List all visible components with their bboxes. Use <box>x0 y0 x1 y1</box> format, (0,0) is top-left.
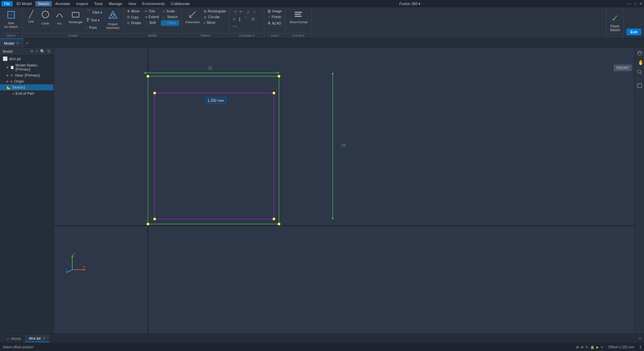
menu-sketch[interactable]: Sketch <box>35 1 52 6</box>
constrain-btn-8[interactable]: ⊡ <box>250 15 256 23</box>
panel-menu-icon[interactable]: ☰ <box>47 49 51 54</box>
circle-button[interactable]: Circle <box>39 9 52 27</box>
model-states-label: Model States: [Primary] <box>15 63 51 71</box>
window-minimize[interactable]: — <box>628 1 632 6</box>
start-2d-sketch-button[interactable]: Start2D Sketch <box>2 9 20 30</box>
window-close[interactable]: ✕ <box>639 1 643 6</box>
status-icon-snap[interactable]: ⊕ <box>581 345 583 349</box>
orbit-button[interactable] <box>636 49 644 57</box>
menu-environments[interactable]: Environments <box>139 1 167 6</box>
tree-item-view[interactable]: ▶ 👁 View: [Primary] <box>0 72 53 78</box>
split-button[interactable]: ⋮ Split <box>143 20 160 25</box>
offset-button[interactable]: ⬚ Offset <box>161 20 179 26</box>
status-icon-play[interactable]: ▶ <box>596 345 599 349</box>
add-tab-button[interactable]: + <box>23 39 31 47</box>
copy-button[interactable]: ⧉ Copy <box>126 14 142 20</box>
split-icon: ⋮ <box>145 21 148 25</box>
home-tab[interactable]: ⌂ Home <box>3 335 25 342</box>
line-button[interactable]: ╱ Line <box>25 9 38 25</box>
acad-button[interactable]: A ACAD <box>266 20 283 26</box>
window-maximize[interactable]: □ <box>634 1 637 6</box>
status-icon-grid[interactable]: ⊞ <box>576 345 579 349</box>
svg-point-27 <box>278 223 280 225</box>
constrain-btn-2[interactable]: ⊢ <box>238 9 244 15</box>
menu-annotate[interactable]: Annotate <box>52 1 73 6</box>
svg-point-3 <box>42 11 49 18</box>
zoom-button[interactable] <box>636 68 644 76</box>
modify-group: ✥ Move ⧉ Copy ↻ Rotate ✂ Trim ⇥ <box>124 7 181 38</box>
constrain-btn-7[interactable]: ⌒ <box>243 15 249 23</box>
constrain-btn-3[interactable]: ⊥ <box>245 9 251 15</box>
status-icon-lock[interactable]: 🔒 <box>590 345 594 349</box>
constrain-btn-1[interactable]: ⊣ <box>232 9 238 15</box>
model-tab[interactable]: Model ✕ <box>0 38 23 47</box>
model-tab-close-icon[interactable]: ✕ <box>16 41 19 45</box>
rectangle-button[interactable]: Rectangle <box>67 9 85 26</box>
menu-inspect[interactable]: Inspect <box>74 1 91 6</box>
finish-sketch-check-icon: ✓ <box>611 14 619 23</box>
rotate-button[interactable]: ↻ Rotate <box>126 20 142 26</box>
menu-file[interactable]: File <box>1 1 13 6</box>
menu-fusion360[interactable]: Fusion 360 ▾ <box>397 1 424 7</box>
finish-sketch-button[interactable]: ✓ FinishSketch <box>606 7 623 38</box>
layout-icon[interactable]: ≡ <box>639 336 641 341</box>
fillet-button[interactable]: ⌒ Fillet ▾ <box>85 9 104 16</box>
svg-point-29 <box>153 92 156 94</box>
constrain-btn-9[interactable]: — <box>232 23 238 29</box>
text-button[interactable]: T Text ▾ <box>85 17 104 24</box>
image-button[interactable]: 🖼 Image <box>266 9 283 14</box>
menu-tools[interactable]: Tools <box>91 1 106 6</box>
points-button[interactable]: ⁙ Points <box>266 14 283 19</box>
fit-button[interactable] <box>636 82 644 90</box>
start-2d-sketch-icon <box>6 10 16 20</box>
menu-manage[interactable]: Manage <box>106 1 125 6</box>
constrain-btn-6[interactable]: ∥ <box>237 15 242 23</box>
status-right: ⊞ ⊕ ↻ 🔒 ▶ ≡ Offset=1.332 mm 1 <box>576 345 641 349</box>
menu-view[interactable]: View <box>125 1 139 6</box>
view-label: View: [Primary] <box>15 73 40 77</box>
tree-item-origin[interactable]: ▶ ⊕ Origin <box>0 78 53 84</box>
trim-button[interactable]: ✂ Trim <box>143 9 160 14</box>
tree-item-sketch1[interactable]: 📐 Sketch1 <box>0 84 53 90</box>
copy-icon: ⧉ <box>127 15 129 19</box>
stretch-button[interactable]: ↔ Stretch <box>161 14 179 19</box>
status-icon-rotate[interactable]: ↻ <box>586 345 588 349</box>
menu-collaborate[interactable]: Collaborate <box>168 1 192 6</box>
pan-button[interactable]: ✋ <box>636 58 644 67</box>
extend-button[interactable]: ⇥ Extend <box>143 14 160 19</box>
constrain-btn-4[interactable]: ○ <box>252 9 257 15</box>
panel-search-icon[interactable]: 🔍 <box>40 49 45 54</box>
project-geometry-button[interactable]: ProjectGeometry <box>104 9 122 31</box>
tree-item-dice-ipt[interactable]: ⬜ dice.ipt <box>0 55 53 62</box>
constrain-btn-5[interactable]: = <box>232 15 237 23</box>
move-button[interactable]: ✥ Move <box>126 9 142 14</box>
file-tab-dice[interactable]: dice.ipt ✕ <box>25 335 49 342</box>
panel-close-icon[interactable]: ✕ <box>30 49 34 54</box>
rectangular-button[interactable]: ⊞ Rectangular <box>202 9 227 14</box>
tree-item-model-states[interactable]: ▶ 📋 Model States: [Primary] <box>0 62 53 72</box>
tree-item-end-of-part[interactable]: ● End of Part <box>0 90 53 96</box>
file-tab-close-icon[interactable]: ✕ <box>43 336 45 340</box>
exit-button[interactable]: Exit <box>627 29 641 35</box>
viewport[interactable]: 25 25 1.332 mm FRONT <box>54 48 644 334</box>
svg-marker-16 <box>145 72 147 74</box>
status-icon-menu[interactable]: ≡ <box>601 345 603 349</box>
panel-add-icon[interactable]: + <box>36 49 38 54</box>
mirror-button[interactable]: ⫿ Mirror <box>202 20 227 25</box>
menu-3dmodel[interactable]: 3D Model <box>13 1 35 6</box>
tabs-bar: Model ✕ + <box>0 38 644 48</box>
show-format-button[interactable]: Show Format <box>287 9 310 26</box>
svg-point-32 <box>273 218 275 220</box>
text-icon: T <box>86 17 89 23</box>
modify-group-label: Modify <box>126 33 179 37</box>
svg-rect-4 <box>72 12 79 17</box>
circular-pattern-button[interactable]: ◎ Circular <box>202 14 227 19</box>
arc-icon <box>55 10 64 21</box>
point-button[interactable]: · Point <box>85 24 104 31</box>
circle-icon <box>41 10 50 21</box>
dimension-button[interactable]: Dimension <box>184 9 202 26</box>
arc-button[interactable]: Arc <box>53 9 66 27</box>
ribbon: Start2D Sketch Sketch ╱ Line Circle Arc <box>0 7 644 38</box>
scale-button[interactable]: ⤢ Scale <box>161 9 179 14</box>
svg-rect-28 <box>155 93 274 219</box>
